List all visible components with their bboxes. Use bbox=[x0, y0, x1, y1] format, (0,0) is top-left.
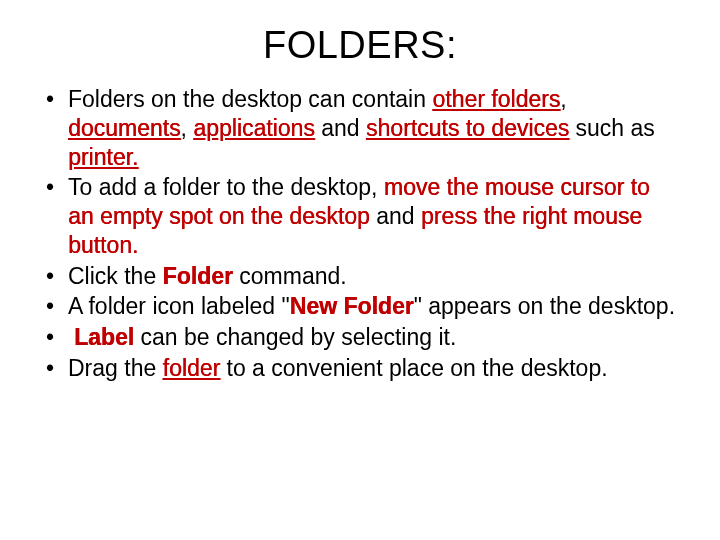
text: such as bbox=[569, 115, 655, 141]
text: and bbox=[315, 115, 366, 141]
bullet-4: A folder icon labeled "New Folder" appea… bbox=[40, 292, 680, 321]
highlight-label: Label bbox=[74, 324, 134, 350]
text: command. bbox=[233, 263, 347, 289]
highlight-documents: documents bbox=[68, 115, 181, 141]
bullet-1: Folders on the desktop can contain other… bbox=[40, 85, 680, 171]
text: Click the bbox=[68, 263, 163, 289]
text: To add a folder to the desktop, bbox=[68, 174, 384, 200]
text: Drag the bbox=[68, 355, 163, 381]
highlight-other-folders: other folders bbox=[432, 86, 560, 112]
text: , bbox=[560, 86, 566, 112]
highlight-folder-cmd: Folder bbox=[163, 263, 233, 289]
text: Folders on the desktop can contain bbox=[68, 86, 432, 112]
highlight-folder: folder bbox=[163, 355, 221, 381]
bullet-list: Folders on the desktop can contain other… bbox=[40, 85, 680, 383]
text: , bbox=[181, 115, 194, 141]
highlight-applications: applications bbox=[193, 115, 314, 141]
text: and bbox=[370, 203, 421, 229]
slide-title: FOLDERS: bbox=[40, 24, 680, 67]
text: to a convenient place on the desktop. bbox=[220, 355, 607, 381]
text: A folder icon labeled " bbox=[68, 293, 290, 319]
slide: FOLDERS: Folders on the desktop can cont… bbox=[0, 0, 720, 540]
bullet-2: To add a folder to the desktop, move the… bbox=[40, 173, 680, 259]
bullet-5: Label can be changed by selecting it. bbox=[40, 323, 680, 352]
bullet-3: Click the Folder command. bbox=[40, 262, 680, 291]
bullet-6: Drag the folder to a convenient place on… bbox=[40, 354, 680, 383]
highlight-new-folder: New Folder bbox=[290, 293, 414, 319]
highlight-printer: printer. bbox=[68, 144, 138, 170]
text: " appears on the desktop. bbox=[414, 293, 675, 319]
highlight-shortcuts: shortcuts to devices bbox=[366, 115, 569, 141]
text: can be changed by selecting it. bbox=[134, 324, 456, 350]
